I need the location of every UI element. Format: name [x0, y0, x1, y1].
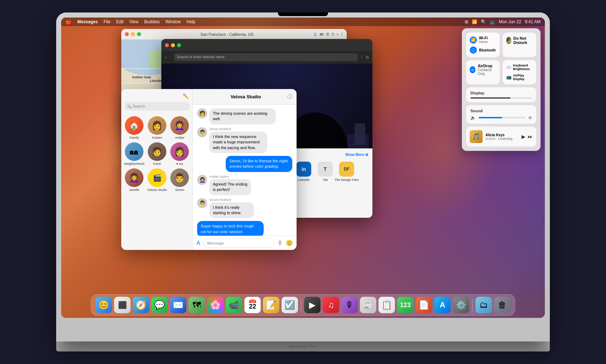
safari-close-button[interactable] — [165, 43, 169, 47]
messages-info-icon[interactable]: ⓘ — [287, 94, 292, 100]
messages-compose-button[interactable]: ✏️ — [183, 93, 189, 99]
messages-audio-icon[interactable]: 🎙 — [277, 240, 283, 246]
menu-help[interactable]: Help — [186, 19, 195, 24]
dock-icon-reminders[interactable]: ☑️ — [282, 297, 298, 313]
maps-layers-icon[interactable]: ⊞ — [326, 32, 329, 36]
cc-bluetooth-row[interactable]: ⬡ Bluetooth — [470, 46, 496, 54]
msg-avatar-5: 👨 — [197, 198, 207, 208]
msg-contact-velosa[interactable]: 🎬 Velosa Studio — [147, 168, 167, 192]
maps-share-icon[interactable]: ⤴ — [341, 32, 343, 36]
messages-sidebar: ✏️ 🔍 Search 🏠 Fa — [121, 89, 193, 250]
cc-sound-slider-track[interactable] — [479, 117, 526, 118]
cc-second-row: ⊙ AirDrop Contacts Only ⌨️ Keyboard Brig… — [466, 60, 536, 84]
menu-window[interactable]: Window — [166, 19, 181, 24]
dock-icon-freeform[interactable]: 📋 — [378, 297, 395, 313]
menubar-controlcenter-icon[interactable]: ⊞ — [465, 19, 468, 24]
menu-view[interactable]: View — [129, 19, 138, 24]
minimize-button[interactable] — [131, 32, 135, 36]
dock-icon-notes[interactable]: 📝 — [263, 297, 279, 313]
dock-icon-news[interactable]: 📰 — [360, 297, 376, 313]
dock-icon-numbers[interactable]: 123 — [397, 297, 414, 313]
messages-emoji-icon[interactable]: 🙂 — [286, 240, 293, 246]
dock-icon-files[interactable]: 🗂 — [475, 297, 492, 313]
msg-contact-simon[interactable]: 👨 Simon — [170, 168, 190, 192]
msg-contact-kevin[interactable]: 🧑 Kevin — [147, 142, 167, 166]
messages-window: ✏️ 🔍 Search 🏠 Fa — [121, 89, 297, 250]
dock-icon-messages[interactable]: 💬 — [151, 297, 168, 313]
menu-file[interactable]: File — [103, 19, 110, 24]
messages-text-input[interactable]: iMessage — [203, 238, 274, 248]
safari-show-more[interactable]: Show More ⊞ — [345, 153, 368, 158]
msg-row-6: Super happy to lock this rough cut for o… — [197, 221, 292, 236]
msg-contact-ivy[interactable]: 👩 ● Ivy — [170, 142, 190, 166]
maps-3d-label[interactable]: 3D — [319, 33, 324, 36]
cc-airdrop-tile[interactable]: ⊙ AirDrop Contacts Only — [466, 60, 500, 84]
safari-url-input[interactable]: Search or enter website name — [174, 53, 358, 61]
dock-icon-facetime[interactable]: 📹 — [226, 297, 242, 313]
messages-dock-icon: 💬 — [154, 300, 165, 310]
safari-fav-tait[interactable]: T Tait — [316, 162, 334, 182]
safari-fav-designfiles[interactable]: DF The Design Files — [337, 162, 356, 182]
dock-icon-photos[interactable]: 🌸 — [207, 297, 224, 313]
msg-contact-amber[interactable]: 👩‍🦱 Amber — [170, 116, 190, 139]
messages-apps-icon[interactable]: A — [196, 240, 200, 246]
dock-icon-appstore[interactable]: A — [434, 297, 451, 313]
cc-airplay-row[interactable]: 📺 AirPlay Display — [506, 74, 533, 81]
maps-add-icon[interactable]: + — [337, 32, 339, 36]
msg-contact-kristen[interactable]: 👩 Kristen — [147, 116, 167, 139]
menu-buddies[interactable]: Buddies — [144, 19, 160, 24]
dock-icon-finder[interactable]: 😊 — [96, 297, 112, 313]
close-button[interactable] — [125, 32, 129, 36]
dock-icon-podcasts[interactable]: 🎙 — [341, 297, 358, 313]
dock-icon-launchpad[interactable]: ⬛ — [114, 297, 131, 313]
safari-forward-icon[interactable]: › — [170, 54, 171, 60]
dock-icon-trash[interactable]: 🗑 — [494, 297, 510, 313]
dock-icon-pages[interactable]: 📄 — [416, 297, 432, 313]
msg-contact-janelle[interactable]: 👩‍🦱 Janelle — [124, 168, 145, 192]
podcasts-dock-icon: 🎙 — [345, 300, 354, 310]
msg-avatar-1: 🧑 — [197, 108, 207, 118]
dock-icon-safari[interactable]: 🧭 — [133, 297, 149, 313]
safari-minimize-button[interactable] — [171, 43, 175, 47]
finder-icon: 😊 — [98, 300, 109, 310]
dock-icon-calendar[interactable]: JUN 22 — [244, 297, 261, 313]
cc-wifi-subtitle: Home — [479, 40, 488, 44]
menubar-wifi-icon[interactable]: 📶 — [472, 19, 477, 24]
menu-messages[interactable]: Messages — [77, 19, 98, 24]
desktop: 🍎 Messages File Edit View Buddies Window… — [61, 18, 545, 318]
dock-icon-maps[interactable]: 🗺 — [189, 297, 205, 313]
safari-back-icon[interactable]: ‹ — [165, 54, 167, 60]
menubar-mirroring-icon[interactable]: 📺 — [490, 19, 495, 24]
sound-max-icon[interactable]: ⊗ — [528, 115, 532, 120]
messages-search-bar[interactable]: 🔍 Search — [124, 102, 190, 110]
maps-locate-icon[interactable]: ⊙ — [331, 32, 334, 36]
maps-zoom-icon[interactable]: 📡 — [313, 32, 317, 36]
cc-airdrop-title: AirDrop — [478, 64, 496, 68]
sound-mute-icon[interactable]: 🔈 — [470, 115, 476, 120]
safari-share-icon[interactable]: ⤴ — [361, 55, 363, 60]
safari-fav-linkedin[interactable]: in LinkedIn — [294, 162, 313, 182]
cc-display-slider-track[interactable] — [470, 97, 532, 99]
cc-play-button[interactable]: ▶ — [522, 134, 526, 139]
cc-dnd-tile[interactable]: 🌙 Do Not Disturb — [503, 33, 536, 57]
cc-next-button[interactable]: ⏭ — [528, 134, 533, 139]
safari-fullscreen-button[interactable] — [177, 43, 181, 47]
msg-contact-neighborhood-label: Neighborhood — [124, 162, 145, 166]
safari-tabs-icon[interactable]: ⧉ — [366, 55, 369, 60]
photos-dock-icon: 🌸 — [210, 300, 221, 310]
safari-fav-linkedin-icon: in — [296, 162, 311, 177]
menu-edit[interactable]: Edit — [116, 19, 124, 24]
msg-contact-kevin-label: Kevin — [153, 162, 161, 166]
apple-menu-icon[interactable]: 🍎 — [65, 19, 72, 25]
cc-wifi-row[interactable]: 📶 Wi-Fi Home — [470, 36, 496, 44]
msg-contact-neighborhood[interactable]: 🏘 Neighborhood — [124, 142, 145, 166]
dock-icon-sysprefs[interactable]: ⚙️ — [453, 297, 469, 313]
dock-icon-mail[interactable]: ✉️ — [170, 297, 186, 313]
menubar-search-icon[interactable]: 🔍 — [481, 19, 486, 24]
airdrop-icon: ⊙ — [470, 66, 475, 73]
dock-icon-music[interactable]: ♫ — [323, 297, 339, 313]
dock-icon-appletv[interactable]: ▶ — [304, 297, 321, 313]
fullscreen-button[interactable] — [137, 32, 141, 36]
msg-contact-family[interactable]: 🏠 Family — [124, 116, 145, 139]
cc-keyboard-row[interactable]: ⌨️ Keyboard Brightness — [506, 64, 533, 71]
